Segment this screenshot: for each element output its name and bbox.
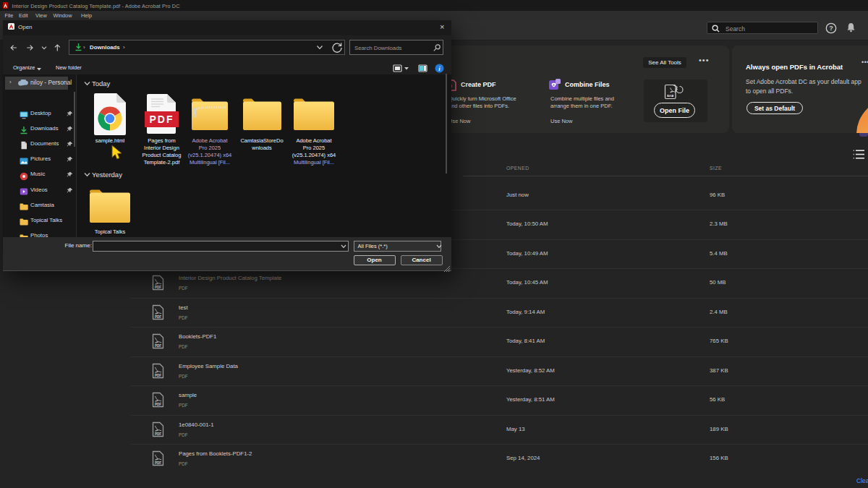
svg-text:PDF: PDF — [150, 114, 174, 125]
svg-text:PDF: PDF — [155, 315, 161, 319]
svg-text:PDF: PDF — [155, 344, 161, 348]
svg-text:PDF: PDF — [155, 403, 161, 406]
svg-text:PDF: PDF — [155, 432, 161, 436]
svg-text:PDF: PDF — [155, 461, 161, 465]
svg-text:PDF: PDF — [155, 286, 161, 289]
svg-text:PDF: PDF — [155, 374, 161, 377]
